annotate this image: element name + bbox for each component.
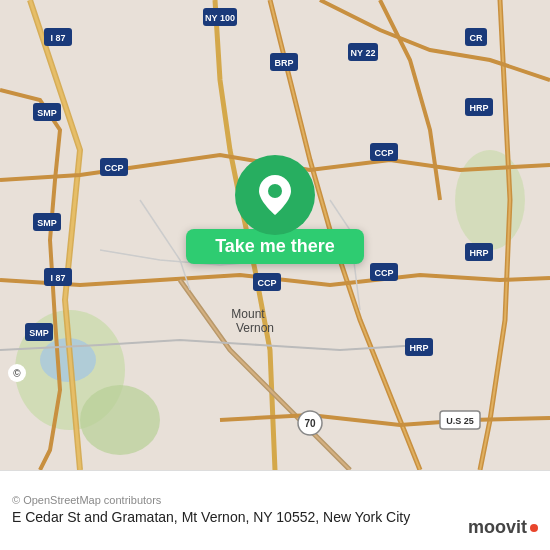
copyright-symbol: © bbox=[8, 364, 26, 382]
bottom-bar: © OpenStreetMap contributors E Cedar St … bbox=[0, 470, 550, 550]
address-line: E Cedar St and Gramatan, Mt Vernon, NY 1… bbox=[12, 508, 538, 528]
svg-point-4 bbox=[40, 338, 96, 382]
copyright-text: © OpenStreetMap contributors bbox=[12, 494, 161, 506]
svg-rect-7 bbox=[44, 268, 72, 286]
svg-rect-29 bbox=[465, 98, 493, 116]
svg-rect-5 bbox=[44, 28, 72, 46]
svg-text:HRP: HRP bbox=[409, 343, 428, 353]
svg-rect-35 bbox=[465, 28, 487, 46]
svg-rect-23 bbox=[370, 143, 398, 161]
svg-text:CCP: CCP bbox=[257, 278, 276, 288]
svg-point-43 bbox=[268, 184, 282, 198]
svg-text:NY 100: NY 100 bbox=[205, 13, 235, 23]
svg-text:CCP: CCP bbox=[104, 163, 123, 173]
svg-rect-13 bbox=[348, 43, 378, 61]
svg-text:Vernon: Vernon bbox=[236, 321, 274, 335]
svg-rect-41 bbox=[440, 411, 480, 429]
svg-text:BRP: BRP bbox=[274, 58, 293, 68]
map-container: I 87 I 87 NY 100 BRP NY 22 SMP SMP SMP C… bbox=[0, 0, 550, 470]
svg-rect-15 bbox=[33, 103, 61, 121]
svg-rect-21 bbox=[100, 158, 128, 176]
svg-text:SMP: SMP bbox=[37, 108, 57, 118]
svg-rect-27 bbox=[370, 263, 398, 281]
svg-text:70: 70 bbox=[304, 418, 316, 429]
svg-text:SMP: SMP bbox=[37, 218, 57, 228]
svg-point-3 bbox=[455, 150, 525, 250]
svg-text:SMP: SMP bbox=[29, 328, 49, 338]
svg-rect-31 bbox=[465, 243, 493, 261]
svg-text:CR: CR bbox=[470, 33, 483, 43]
svg-text:U.S 25: U.S 25 bbox=[446, 416, 474, 426]
svg-point-39 bbox=[298, 411, 322, 435]
attribution-line: © OpenStreetMap contributors bbox=[12, 494, 538, 506]
svg-text:CCP: CCP bbox=[374, 148, 393, 158]
svg-rect-19 bbox=[25, 323, 53, 341]
svg-text:HRP: HRP bbox=[469, 248, 488, 258]
svg-text:HRP: HRP bbox=[469, 103, 488, 113]
svg-text:Mount: Mount bbox=[231, 307, 265, 321]
location-pin bbox=[235, 155, 315, 235]
svg-rect-33 bbox=[405, 338, 433, 356]
svg-point-1 bbox=[15, 310, 125, 430]
svg-text:NY 22: NY 22 bbox=[351, 48, 376, 58]
svg-text:I 87: I 87 bbox=[50, 33, 65, 43]
moovit-logo: moovit bbox=[468, 517, 538, 538]
svg-text:I 87: I 87 bbox=[50, 273, 65, 283]
svg-rect-17 bbox=[33, 213, 61, 231]
svg-text:CCP: CCP bbox=[374, 268, 393, 278]
svg-rect-25 bbox=[253, 273, 281, 291]
moovit-brand-text: moovit bbox=[468, 517, 527, 538]
moovit-dot bbox=[530, 524, 538, 532]
svg-rect-9 bbox=[203, 8, 237, 26]
svg-point-2 bbox=[80, 385, 160, 455]
svg-rect-11 bbox=[270, 53, 298, 71]
